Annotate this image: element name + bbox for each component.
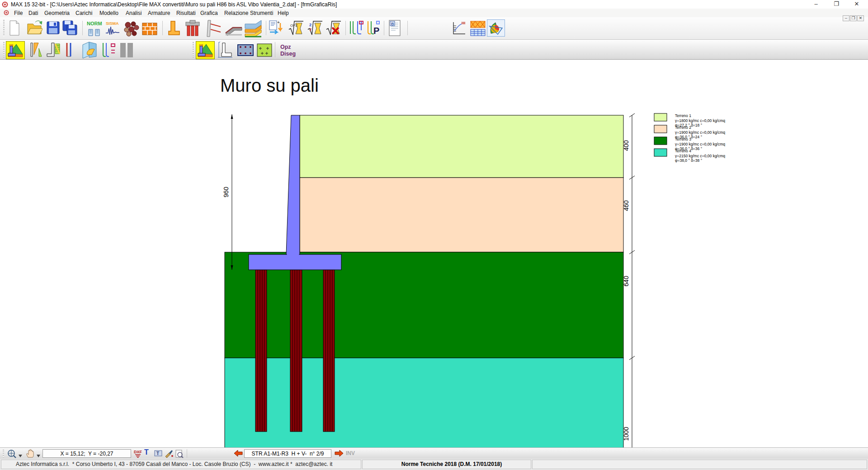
load-combo-button[interactable]: + bbox=[268, 19, 284, 37]
view-wall-section-2-button[interactable] bbox=[196, 41, 215, 59]
sisma-label: SISMA bbox=[106, 21, 119, 26]
section-bars-button[interactable] bbox=[118, 41, 134, 58]
statusbar-separator bbox=[187, 449, 187, 458]
norm-data-button[interactable]: NORM bbox=[86, 19, 102, 37]
toolbar-separator bbox=[162, 21, 163, 35]
wall-geometry-button[interactable] bbox=[165, 19, 182, 37]
materials-button[interactable] bbox=[142, 19, 158, 37]
diagram-moment-button[interactable] bbox=[62, 41, 78, 58]
mesh-results-button[interactable] bbox=[469, 19, 486, 37]
run-2-label: 2 bbox=[309, 23, 311, 27]
inv-label: INV bbox=[346, 450, 355, 456]
sisma-button[interactable]: SISMA bbox=[104, 19, 121, 37]
window-title: MAX 15 32-bit - [C:\Users\Aztec Informat… bbox=[11, 1, 337, 8]
menu-bar: File Dati Geometria Carichi Modello Anal… bbox=[0, 9, 868, 17]
prev-combo-arrow[interactable] bbox=[234, 450, 243, 459]
legend-swatch-terreno2 bbox=[654, 125, 667, 133]
open-file-button[interactable] bbox=[26, 19, 42, 37]
legend-swatch-terreno1 bbox=[654, 113, 667, 121]
menu-armature[interactable]: Armature bbox=[148, 10, 170, 16]
opz-label: OPZ bbox=[290, 24, 298, 28]
soil-data-button[interactable] bbox=[123, 19, 139, 37]
rebar-wall-button[interactable] bbox=[348, 19, 364, 37]
diagram-pressures-button[interactable] bbox=[28, 41, 43, 58]
legend-props-2: γ=1900 kg/mc c=0,00 kg/cmq bbox=[675, 130, 725, 135]
toolbar-main: NORM SISMA + OPZ 27 P B bbox=[0, 17, 868, 40]
pile-3 bbox=[323, 270, 335, 432]
restore-button[interactable]: ❐ bbox=[830, 0, 843, 9]
opz-line2: Diseg bbox=[280, 51, 296, 57]
view-3d-wall-button[interactable] bbox=[81, 41, 96, 58]
toolbar-separator bbox=[407, 21, 408, 35]
slope-geometry-button[interactable] bbox=[244, 19, 260, 37]
mdi-close-button[interactable]: ✕ bbox=[857, 15, 864, 21]
analysis-delete-button[interactable] bbox=[325, 19, 341, 37]
new-file-button[interactable] bbox=[7, 19, 23, 37]
save-all-button[interactable] bbox=[62, 19, 78, 37]
legend-props-3: γ=1900 kg/mc c=0,00 kg/cmq bbox=[675, 142, 725, 146]
toolbar-grip[interactable] bbox=[3, 42, 5, 57]
text-tool-icon[interactable]: T bbox=[144, 448, 149, 456]
legend-props-1: γ=1800 kg/mc c=0,00 kg/cmq bbox=[675, 118, 725, 123]
menu-geometria[interactable]: Geometria bbox=[44, 10, 70, 16]
section-pile-button[interactable] bbox=[256, 41, 271, 58]
menu-risultati[interactable]: Risultati bbox=[176, 10, 196, 16]
dimension-right bbox=[629, 113, 635, 447]
toolbar-separator bbox=[384, 21, 384, 35]
legend-name-2: Terreno 2 bbox=[675, 125, 691, 130]
legend-swatch-terreno4 bbox=[654, 149, 667, 156]
view-3d-button[interactable] bbox=[487, 19, 505, 37]
close-button[interactable]: ✕ bbox=[850, 0, 863, 9]
pile-1 bbox=[255, 270, 267, 432]
toolbar-separator bbox=[266, 21, 266, 35]
section-footing-button[interactable] bbox=[237, 41, 252, 58]
diagram-wall-button[interactable] bbox=[45, 41, 61, 58]
legend-name-1: Terreno 1 bbox=[675, 113, 691, 118]
empty-panel bbox=[532, 460, 867, 469]
dim-label-640: 640 bbox=[623, 276, 630, 287]
view-wall-section-button[interactable] bbox=[6, 41, 25, 59]
toolbar-grip[interactable] bbox=[3, 20, 5, 36]
pile-2 bbox=[290, 270, 302, 432]
chart-results-button[interactable] bbox=[450, 19, 466, 37]
report-button[interactable]: B bbox=[387, 19, 403, 37]
toolbar-separator bbox=[275, 42, 275, 57]
menu-carichi[interactable]: Carichi bbox=[75, 10, 92, 16]
rebar-pile-button[interactable]: P bbox=[365, 19, 382, 37]
rebar-view-button[interactable] bbox=[100, 41, 116, 58]
menu-analisi[interactable]: Analisi bbox=[126, 10, 142, 16]
menu-relazione[interactable]: Relazione bbox=[224, 10, 248, 16]
wall-outline-button[interactable] bbox=[217, 41, 232, 58]
drawing-title: Muro su pali bbox=[220, 75, 319, 95]
menu-grafica[interactable]: Grafica bbox=[200, 10, 218, 16]
norm-label: NORM bbox=[87, 21, 102, 26]
menu-strumenti[interactable]: Strumenti bbox=[250, 10, 273, 16]
legend-angles-4: φ=38,0 ° δ=38 ° bbox=[675, 158, 702, 163]
mdi-minimize-button[interactable]: – bbox=[843, 15, 849, 21]
menu-dati[interactable]: Dati bbox=[28, 10, 38, 16]
drawing-canvas[interactable]: Muro su pali 960 400 46 bbox=[0, 60, 868, 447]
profile-geometry-button[interactable] bbox=[225, 19, 241, 37]
mdi-restore-button[interactable]: ❐ bbox=[850, 15, 857, 21]
toolbar-grip[interactable] bbox=[193, 42, 194, 57]
rebar-p-label: P bbox=[373, 26, 379, 36]
soil-layer-terreno1 bbox=[300, 115, 623, 178]
menu-file[interactable]: File bbox=[14, 10, 23, 16]
combination-box[interactable]: STR A1-M1-R3 H + V- n° 2/9 bbox=[244, 449, 331, 458]
menu-modello[interactable]: Modello bbox=[99, 10, 118, 16]
wall-stem bbox=[286, 115, 300, 254]
menu-help[interactable]: Help bbox=[278, 10, 289, 16]
next-combo-arrow[interactable] bbox=[335, 450, 344, 459]
status-bar-tools: X = 15,12; Y = -20,27 DXF T T STR A1-M1-… bbox=[0, 447, 868, 459]
toolbar-separator bbox=[82, 21, 83, 35]
anchor-geometry-button[interactable] bbox=[204, 19, 221, 37]
pile-geometry-button[interactable] bbox=[184, 19, 200, 37]
statusbar-grip[interactable] bbox=[3, 450, 4, 457]
analysis-run-button[interactable]: 27 bbox=[307, 19, 323, 37]
analysis-options-button[interactable]: OPZ bbox=[288, 19, 304, 37]
svg-text:T: T bbox=[156, 451, 159, 456]
opz-diseg-label[interactable]: Opz Diseg bbox=[280, 44, 296, 57]
minimize-button[interactable]: – bbox=[809, 0, 823, 9]
save-button[interactable] bbox=[45, 19, 61, 37]
plus-glyph: + bbox=[277, 20, 280, 25]
